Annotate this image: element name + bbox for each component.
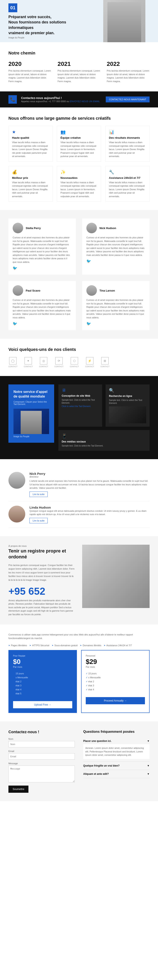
team-card-1: Linda Hudson Quisque congue augue elit a… [8,501,150,528]
feature-0-3: état 3 [13,684,72,687]
feature-0-5: état 5 [13,692,72,696]
services-dark-card-0: 🖥 Conception de site Web Sample text. Cl… [58,385,103,427]
form-submit-button[interactable]: Soumettre [8,786,28,793]
services-dark-section: Notre service d'appel de qualité mondial… [0,376,158,459]
service-card-2: 📊 Des résultats étonnants Vitae iaculis … [105,126,150,162]
form-textarea-message[interactable] [8,765,75,783]
contact-email-link[interactable]: ENVOYEZ-NOUS UN EMAIL [70,100,100,103]
service-card-3: 💰 Meilleur prix Vitae iaculis tellus mas… [8,166,53,202]
testimonials-section: Stella Perry Curioso ut et amet exposez … [0,210,158,339]
services-dark-icon-2: 📱 [62,433,146,439]
team-info-1: Linda Hudson Quisque congue augue elit a… [30,506,150,523]
services-dark-card-text-1: Sample text. Click to select the Text El… [109,399,146,405]
notre-chemin-section: Notre chemin 2020 Pris lacinia elementum… [0,42,158,91]
year-2020-text: Pris lacinia elementum consequat. Lorem … [8,69,51,83]
twitter-icon-0: 🐦 [13,266,72,270]
pricing-card-1: Personnel $29 Par mois 15 jours x Mensue… [81,650,150,713]
feature-0-2: état 2 [13,679,72,684]
services-dark-card-text-0: Sample text. Click to select the Text El… [62,399,99,404]
service-icon-2: 📊 [109,129,146,134]
service-card-4: ✨ Nouveautées Vitae iaculis tellus massa… [57,166,101,202]
pricing-card-0: Pour l'équipe $0 Par mois 15 jours x Men… [8,650,77,713]
form-input-name[interactable] [8,741,75,747]
hero-number: 01 [8,3,17,12]
about-section: À propos de nous Tenir un registre propr… [0,536,158,625]
logo-label-1: CONTACT [24,366,33,368]
client-2: ◎ CONTACT [39,357,48,368]
service-title-1: Équipe créative [60,136,98,139]
twitter-icon-1: 🐦 [86,259,145,264]
contact-banner-icon: 📞 [8,95,17,103]
faq-answer-0: Aenean. Lorem ipsum dolor amet, consecte… [83,744,150,759]
service-title-2: Des résultats étonnants [109,136,146,139]
timeline-item-2020: 2020 Pris lacinia elementum consequat. L… [8,60,51,83]
faq-item-2: Aliquam et ante edit? ▼ [83,770,150,778]
team-btn-1[interactable]: Lire la suite [30,518,47,523]
timeline-item-2021: 2021 Pris lacinia elementum consequat. L… [57,60,100,83]
feature-1-4: état 4 [86,687,145,692]
pricing-options: Pages illimitées HTTPS Sécurisé Sous-dom… [8,644,150,647]
faq-question-1[interactable]: Quelque fringille un vrai bien? ▼ [83,764,150,767]
about-right [82,545,150,608]
pricing-label-1: Personnel [86,655,145,657]
form-group-name: Nom [8,738,75,747]
services-dark-image-label: Image du Peuple [13,435,49,438]
service-card-0: ★ Haute qualité Vitae iaculis tellus mas… [8,126,53,162]
chevron-down-icon-1: ▼ [147,764,150,767]
clients-section: Voici quelques-uns de nos clients ◯ CONT… [0,339,158,376]
form-group-message: Message [8,762,75,783]
services-dark-icon-1: 🔍 [109,388,146,393]
feature-1-3: état 3 [86,684,145,687]
logo-5: ⚡ [86,357,93,364]
client-0: ◯ CONTACT [8,357,17,368]
pricing-option-2: Sous-domaines gratuit [52,644,77,647]
stat-number: +95 652 [8,585,76,597]
faq-item-1: Quelque fringille un vrai bien? ▼ [83,762,150,770]
pricing-period-1: Par mois [86,666,145,668]
feature-0-4: état 4 [13,687,72,692]
twitter-icon-2: 🐦 [13,321,72,326]
pricing-btn-1[interactable]: Proceed Annually → [86,697,145,704]
testimonial-name-3: Tina Larson [100,289,115,292]
service-title-3: Meilleur prix [12,176,49,180]
year-2021-text: Pris lacinia elementum consequat. Lorem … [57,69,100,83]
form-input-email[interactable] [8,753,75,760]
faq-question-0[interactable]: Placer une question ici. ▼ [83,740,150,743]
pricing-features-1: 15 jours x Mensuelle état 2 état 3 état … [86,671,145,692]
faq-container: Questions fréquemment posées Placer une … [83,730,150,793]
service-text-3: Vitae iaculis tellus massa a diam conseq… [12,181,49,198]
faq-question-2[interactable]: Aliquam et ante edit? ▼ [83,773,150,775]
services-dark-link-0[interactable]: Click to select the Tad Element. [62,405,91,407]
form-label-message: Message [8,762,75,765]
services-dark-card-title-1: Recherche en ligne [109,395,146,398]
testimonial-text-0: Curioso ut et amet exposez des hommes du… [13,236,72,264]
contact-now-button[interactable]: CONTACTEZ-NOUS MAINTENANT [106,97,150,102]
clients-logos: ◯ CONTACT ✦ CONTACT ◎ CONTACT ⟳ CONTACT … [8,357,150,368]
contact-banner-text: Contactez-nous aujourd'hui ! Appelez-nou… [21,96,101,103]
team-role-0: directeur [30,476,150,478]
service-icon-1: 👥 [60,129,98,134]
services-dark-left-subtitle: Composant: Cliquer pour Select the Tad E… [13,401,49,405]
team-btn-0[interactable]: Lire la suite [30,492,47,497]
testimonial-header-3: Tina Larson [86,285,145,296]
form-group-email: Email [8,750,75,760]
testimonial-name-0: Stella Perry [26,226,41,230]
pricing-option-3: Domaines illimités [80,644,101,647]
contact-faq-section: Contactez-nous ! Nom Email Message Soume… [0,721,158,801]
services-grid: ★ Haute qualité Vitae iaculis tellus mas… [8,126,150,202]
service-icon-4: ✨ [60,170,98,175]
testimonial-name-1: Nick Hudson [100,226,116,230]
feature-0-0: 15 jours [13,671,72,676]
faq-title: Questions fréquemment posées [83,730,150,733]
hero-title: Préparant votre succès, Nous fournissons… [8,14,88,36]
about-left: À propos de nous Tenir un registre propr… [8,545,76,616]
services-dark-card-title-0: Conception de site Web [62,395,99,397]
twitter-icon-3: 🐦 [86,321,145,326]
hero-image-label: Image du Peuple [8,37,88,39]
chevron-down-icon-2: ▼ [147,773,150,775]
testimonial-1: Nick Hudson Curioso ut et amet exposez d… [82,218,150,275]
pricing-btn-0[interactable]: Upload Free → [13,701,72,708]
feature-0-1: x Mensuelle [13,676,72,679]
contact-banner-phone: Appelez-nous aujourd'hui: +1 777 000 000… [21,100,101,103]
services-dark-card-text-2: Sample text. Click to select the Tad Ele… [62,444,146,447]
